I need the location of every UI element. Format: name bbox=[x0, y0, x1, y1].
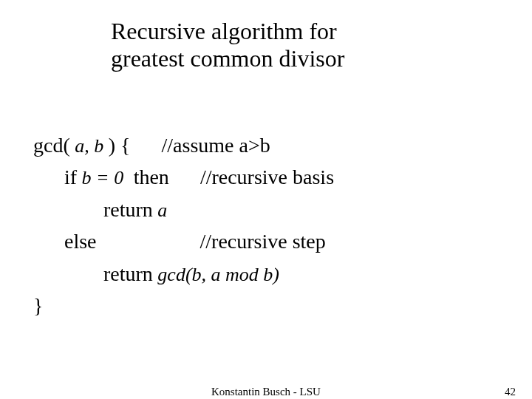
code-line-2: if b = 0 then //recursive basis bbox=[33, 161, 491, 193]
text: ) { bbox=[109, 134, 131, 157]
code-line-4: else //recursive step bbox=[33, 225, 491, 257]
text: return bbox=[103, 198, 153, 221]
code-line-6: } bbox=[33, 290, 491, 321]
footer-author: Konstantin Busch - LSU bbox=[0, 386, 532, 398]
text: if bbox=[64, 166, 77, 188]
slide: Recursive algorithm for greatest common … bbox=[0, 0, 532, 399]
math: b = 0 bbox=[77, 167, 129, 188]
comment: //assume a>b bbox=[162, 134, 270, 157]
slide-title: Recursive algorithm for greatest common … bbox=[111, 18, 436, 72]
text: else bbox=[64, 230, 97, 253]
math: gcd(b, a mod b) bbox=[153, 264, 279, 285]
code-line-3: return a bbox=[33, 194, 491, 225]
comment: //recursive step bbox=[200, 230, 326, 253]
code-line-1: gcd( a, b ) { //assume a>b bbox=[33, 129, 491, 161]
text: gcd( bbox=[33, 134, 70, 157]
math: a bbox=[153, 200, 168, 221]
title-line-2: greatest common divisor bbox=[111, 45, 436, 72]
text: then bbox=[134, 166, 169, 188]
title-line-1: Recursive algorithm for bbox=[111, 18, 436, 45]
text: return bbox=[103, 262, 153, 285]
code-line-5: return gcd(b, a mod b) bbox=[33, 258, 491, 290]
math: a, b bbox=[70, 135, 109, 157]
text: } bbox=[33, 294, 43, 317]
slide-body: gcd( a, b ) { //assume a>b if b = 0 then… bbox=[33, 129, 491, 321]
comment: //recursive basis bbox=[200, 166, 334, 188]
slide-number: 42 bbox=[505, 386, 516, 398]
